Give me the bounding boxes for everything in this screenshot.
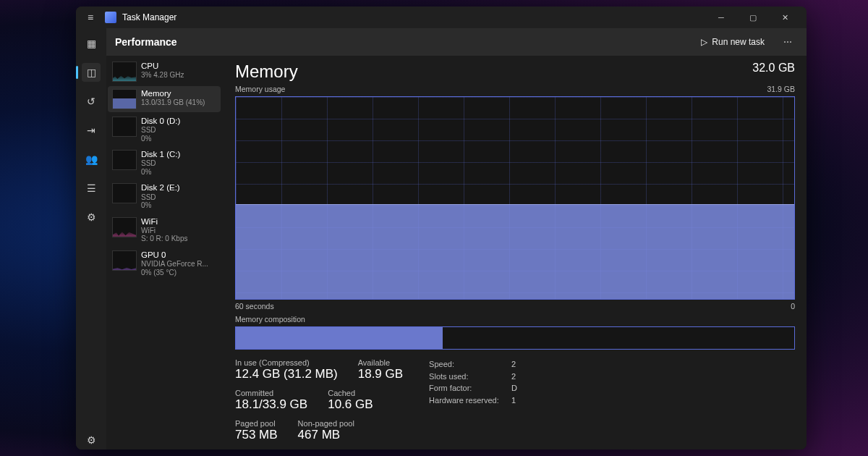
nav-rail: ▦ ◫ ↺ ⇥ 👥 ☰ ⚙ ⚙ (76, 28, 106, 449)
stat-label: Paged pool (235, 419, 278, 428)
usage-max: 31.9 GB (767, 85, 795, 93)
stat-value: 18.9 GB (358, 367, 403, 381)
menu-icon[interactable]: ≡ (82, 12, 99, 23)
stat-value: 1 (511, 394, 516, 407)
startup-icon[interactable]: ⇥ (82, 121, 101, 140)
titlebar: ≡ Task Manager ─ ▢ ✕ (76, 7, 807, 28)
window-title: Task Manager (122, 12, 176, 22)
sidebar-item-sub: 0% (141, 168, 180, 177)
more-icon[interactable]: ⋯ (778, 37, 798, 47)
memory-stats: In use (Compressed) 12.4 GB (31.2 MB) Av… (235, 358, 795, 442)
stat-label: Available (358, 358, 403, 367)
memory-total: 32.0 GB (752, 62, 795, 75)
sidebar-item-sub: 0% (35 °C) (141, 269, 208, 277)
memory-spark-icon (112, 89, 137, 109)
memory-spec-table: Speed:2 Slots used:2 Form factor:D Hardw… (429, 358, 517, 442)
sidebar-item-label: WiFi (141, 217, 187, 227)
run-icon: ▷ (701, 37, 707, 47)
sidebar-item-label: Disk 1 (C:) (141, 150, 180, 159)
stat-label: Speed: (429, 358, 501, 371)
sidebar-item-label: Disk 0 (D:) (141, 117, 180, 126)
usage-label: Memory usage (235, 85, 285, 93)
minimize-button[interactable]: ─ (705, 7, 737, 28)
details-icon[interactable]: ☰ (82, 179, 101, 198)
app-history-icon[interactable]: ↺ (82, 92, 101, 111)
sidebar-item-sub: 0% (141, 135, 180, 143)
processes-icon[interactable]: ▦ (82, 34, 101, 53)
sidebar-item-sub: S: 0 R: 0 Kbps (141, 235, 187, 243)
sidebar-item-sub: SSD (141, 126, 180, 135)
sidebar-item-sub: NVIDIA GeForce R... (141, 260, 208, 269)
page-title: Performance (115, 36, 177, 48)
performance-icon[interactable]: ◫ (82, 63, 101, 82)
stat-value: 10.6 GB (328, 397, 373, 412)
sidebar-item-sub: WiFi (141, 227, 187, 235)
disk-spark-icon (112, 117, 137, 137)
sidebar-item-disk2[interactable]: Disk 2 (E:) SSD 0% (108, 180, 221, 212)
cpu-spark-icon (112, 62, 137, 82)
sidebar-item-sub: SSD (141, 159, 180, 168)
stat-label: Slots used: (429, 371, 501, 383)
main-panel: Memory 32.0 GB Memory usage 31.9 GB 60 s… (222, 56, 807, 449)
disk-spark-icon (112, 183, 137, 203)
stat-value: 12.4 GB (31.2 MB) (235, 367, 338, 381)
sidebar-item-disk0[interactable]: Disk 0 (D:) SSD 0% (108, 114, 221, 145)
stat-value: 753 MB (235, 428, 278, 442)
sidebar-item-sub: 0% (141, 201, 180, 210)
sidebar-item-sub: 13.0/31.9 GB (41%) (141, 98, 205, 107)
composition-label: Memory composition (235, 315, 795, 324)
composition-used (236, 327, 443, 349)
stat-value: 467 MB (298, 428, 354, 442)
sidebar-item-memory[interactable]: Memory 13.0/31.9 GB (41%) (108, 86, 221, 112)
axis-right: 0 (791, 302, 795, 311)
stat-label: In use (Compressed) (235, 358, 338, 367)
services-icon[interactable]: ⚙ (82, 208, 101, 227)
maximize-button[interactable]: ▢ (737, 7, 769, 28)
memory-composition-bar (235, 326, 795, 350)
settings-icon[interactable]: ⚙ (82, 431, 101, 449)
stat-label: Hardware reserved: (429, 394, 501, 407)
axis-left: 60 seconds (235, 302, 274, 311)
resource-title: Memory (235, 62, 298, 82)
sidebar-item-disk1[interactable]: Disk 1 (C:) SSD 0% (108, 147, 221, 179)
run-new-task-label: Run new task (712, 37, 765, 47)
perf-sidebar: CPU 3% 4.28 GHz Memory 13.0/31.9 GB (41%… (106, 56, 222, 449)
memory-usage-fill (236, 204, 794, 299)
sidebar-item-label: GPU 0 (141, 250, 208, 260)
sidebar-item-cpu[interactable]: CPU 3% 4.28 GHz (108, 59, 221, 85)
stat-label: Non-paged pool (298, 419, 354, 428)
users-icon[interactable]: 👥 (82, 150, 101, 169)
gpu-spark-icon (112, 250, 137, 271)
stat-label: Form factor: (429, 382, 501, 394)
sidebar-item-label: CPU (141, 62, 184, 71)
stat-label: Cached (328, 389, 373, 397)
stat-value: 18.1/33.9 GB (235, 397, 307, 412)
stat-value: D (511, 382, 517, 394)
toolbar: Performance ▷ Run new task ⋯ (106, 28, 807, 56)
sidebar-item-sub: SSD (141, 193, 180, 202)
sidebar-item-gpu[interactable]: GPU 0 NVIDIA GeForce R... 0% (35 °C) (108, 248, 221, 279)
sidebar-item-label: Disk 2 (E:) (141, 183, 180, 193)
memory-usage-chart (235, 96, 795, 300)
close-button[interactable]: ✕ (769, 7, 801, 28)
stat-label: Committed (235, 389, 307, 397)
disk-spark-icon (112, 150, 137, 170)
sidebar-item-label: Memory (141, 89, 205, 98)
run-new-task-button[interactable]: ▷ Run new task (695, 34, 770, 50)
app-icon (105, 12, 116, 23)
stat-value: 2 (511, 358, 516, 371)
stat-value: 2 (511, 371, 516, 383)
sidebar-item-sub: 3% 4.28 GHz (141, 71, 184, 80)
sidebar-item-wifi[interactable]: WiFi WiFi S: 0 R: 0 Kbps (108, 214, 221, 246)
wifi-spark-icon (112, 217, 137, 237)
task-manager-window: ≡ Task Manager ─ ▢ ✕ ▦ ◫ ↺ ⇥ 👥 ☰ ⚙ ⚙ Per… (76, 7, 807, 449)
